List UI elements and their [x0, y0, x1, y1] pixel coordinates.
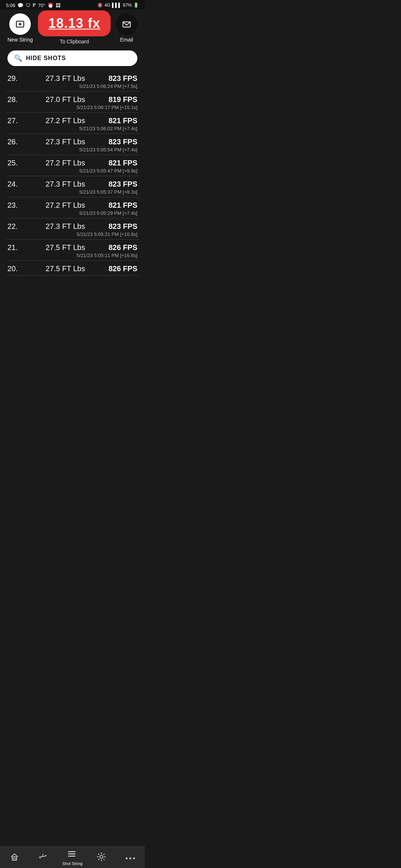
shot-number: 28.: [7, 95, 23, 104]
shot-fps: 821 FPS: [108, 201, 137, 210]
new-string-icon: [9, 13, 31, 35]
shot-timestamp: 5/21/23 5:06:02 PM [+7.4s]: [7, 126, 137, 131]
shot-fps: 823 FPS: [108, 138, 137, 146]
time: 5:06: [6, 3, 15, 8]
status-right: 🔇 4G ▌▌▌ 87% 🔋: [97, 3, 139, 8]
shot-fps: 826 FPS: [108, 264, 137, 273]
new-string-label: New String: [7, 37, 33, 43]
shot-row[interactable]: 24.27.3 FT Lbs823 FPS5/21/23 5:05:37 PM …: [6, 176, 139, 197]
status-left: 5:06 💬 🗨 𝐏 70° ⏰ 🖼: [6, 2, 61, 8]
hide-shots-label: HIDE SHOTS: [26, 55, 66, 62]
shot-number: 25.: [7, 159, 23, 167]
shot-energy: 27.2 FT Lbs: [23, 159, 108, 167]
battery-icon: 🔋: [133, 3, 139, 8]
shot-energy: 27.3 FT Lbs: [23, 74, 108, 83]
shot-number: 27.: [7, 116, 23, 125]
shot-number: 20.: [7, 264, 23, 273]
shot-row[interactable]: 23.27.2 FT Lbs821 FPS5/21/23 5:05:29 PM …: [6, 197, 139, 218]
shot-number: 23.: [7, 201, 23, 210]
hide-shots-button[interactable]: 🔍 HIDE SHOTS: [7, 50, 137, 66]
shot-energy: 27.0 FT Lbs: [23, 95, 108, 104]
status-bar: 5:06 💬 🗨 𝐏 70° ⏰ 🖼 🔇 4G ▌▌▌ 87% 🔋: [0, 0, 145, 10]
shot-energy: 27.3 FT Lbs: [23, 180, 108, 188]
shot-energy: 27.5 FT Lbs: [23, 243, 108, 252]
shot-timestamp: 5/21/23 5:06:17 PM [+15.1s]: [7, 105, 137, 110]
shot-number: 24.: [7, 180, 23, 188]
shot-timestamp: 5/21/23 5:05:37 PM [+8.3s]: [7, 189, 137, 195]
shot-energy: 27.5 FT Lbs: [23, 264, 108, 273]
shot-row[interactable]: 28.27.0 FT Lbs819 FPS5/21/23 5:06:17 PM …: [6, 92, 139, 113]
signal-bars-icon: ▌▌▌: [112, 3, 121, 8]
shot-timestamp: 5/21/23 5:06:24 PM [+7.5s]: [7, 83, 137, 89]
shot-row[interactable]: 20.27.5 FT Lbs826 FPS: [6, 261, 139, 276]
shot-timestamp: 5/21/23 5:05:21 PM [+10.8s]: [7, 231, 137, 237]
shot-row[interactable]: 29.27.3 FT Lbs823 FPS5/21/23 5:06:24 PM …: [6, 70, 139, 92]
paypal-icon: 𝐏: [33, 2, 36, 8]
shot-row[interactable]: 21.27.5 FT Lbs826 FPS5/21/23 5:05:11 PM …: [6, 240, 139, 261]
fx-value: 18.13 fx: [48, 16, 100, 31]
shot-list: 29.27.3 FT Lbs823 FPS5/21/23 5:06:24 PM …: [0, 70, 145, 276]
alarm-icon: ⏰: [48, 3, 53, 8]
shot-fps: 821 FPS: [108, 116, 137, 125]
shot-row[interactable]: 22.27.3 FT Lbs823 FPS5/21/23 5:05:21 PM …: [6, 218, 139, 240]
mute-icon: 🔇: [97, 3, 103, 8]
battery: 87%: [123, 3, 132, 8]
shot-timestamp: 5/21/23 5:05:29 PM [+7.4s]: [7, 210, 137, 216]
email-icon: [116, 13, 137, 35]
search-icon: 🔍: [14, 54, 22, 62]
shot-energy: 27.3 FT Lbs: [23, 138, 108, 146]
shot-fps: 819 FPS: [108, 95, 137, 104]
email-button[interactable]: Email: [116, 13, 137, 43]
shot-list-container: 29.27.3 FT Lbs823 FPS5/21/23 5:06:24 PM …: [0, 70, 145, 320]
email-label: Email: [120, 37, 133, 43]
shot-number: 29.: [7, 74, 23, 83]
action-bar: New String 18.13 fx To Clipboard Email: [0, 10, 145, 47]
shot-energy: 27.2 FT Lbs: [23, 116, 108, 125]
shot-timestamp: 5/21/23 5:05:54 PM [+7.4s]: [7, 147, 137, 152]
shot-energy: 27.2 FT Lbs: [23, 201, 108, 210]
shot-fps: 826 FPS: [108, 243, 137, 252]
network-label: 4G: [104, 3, 110, 8]
shot-number: 21.: [7, 243, 23, 252]
shot-number: 26.: [7, 138, 23, 146]
new-string-button[interactable]: New String: [7, 13, 33, 43]
shot-row[interactable]: 25.27.2 FT Lbs821 FPS5/21/23 5:05:47 PM …: [6, 155, 139, 176]
center-value-area: 18.13 fx To Clipboard: [38, 10, 111, 45]
shot-fps: 821 FPS: [108, 159, 137, 167]
center-value-button[interactable]: 18.13 fx: [38, 10, 111, 36]
shot-timestamp: 5/21/23 5:05:47 PM [+9.9s]: [7, 168, 137, 174]
shot-row[interactable]: 26.27.3 FT Lbs823 FPS5/21/23 5:05:54 PM …: [6, 134, 139, 155]
shot-fps: 823 FPS: [108, 74, 137, 83]
clipboard-label: To Clipboard: [60, 39, 89, 45]
shot-row[interactable]: 27.27.2 FT Lbs821 FPS5/21/23 5:06:02 PM …: [6, 113, 139, 134]
sms-icon: 💬: [17, 3, 23, 8]
messenger-icon: 🗨: [26, 3, 30, 8]
shot-number: 22.: [7, 222, 23, 231]
shot-fps: 823 FPS: [108, 222, 137, 231]
image-icon: 🖼: [56, 3, 61, 8]
shot-energy: 27.3 FT Lbs: [23, 222, 108, 231]
shot-timestamp: 5/21/23 5:05:11 PM [+16.6s]: [7, 253, 137, 258]
temp: 70°: [38, 3, 45, 8]
shot-fps: 823 FPS: [108, 180, 137, 188]
